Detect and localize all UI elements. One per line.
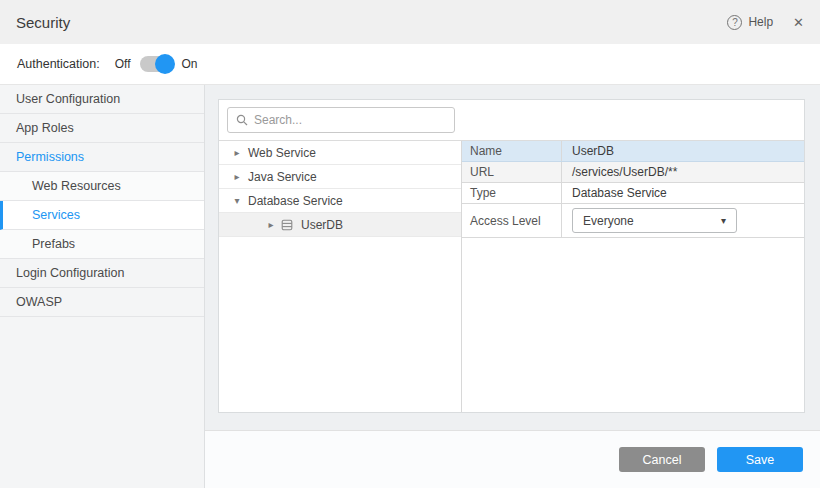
tree-item-label: Web Service (248, 146, 316, 160)
sidebar: User Configuration App Roles Permissions… (0, 85, 205, 488)
tree-item-label: UserDB (301, 218, 343, 232)
access-level-value: Everyone (583, 214, 634, 228)
authentication-label: Authentication: (17, 57, 100, 71)
tree-item-java-service[interactable]: ▸ Java Service (219, 165, 461, 189)
search-row (219, 100, 804, 140)
table-row-type: Type Database Service (462, 183, 804, 204)
chevron-right-icon[interactable]: ▸ (229, 171, 245, 182)
row-label: URL (462, 162, 562, 182)
services-tree: ▸ Web Service ▸ Java Service ▾ Database … (219, 141, 462, 412)
row-label: Access Level (462, 204, 562, 237)
titlebar: Security ? Help ✕ (0, 0, 820, 44)
access-level-select[interactable]: Everyone ▾ (572, 208, 737, 233)
row-label: Name (462, 141, 562, 161)
sidebar-item-prefabs[interactable]: Prefabs (0, 230, 204, 259)
row-value: /services/UserDB/** (562, 162, 804, 182)
chevron-right-icon[interactable]: ▸ (229, 147, 245, 158)
tree-item-label: Database Service (248, 194, 343, 208)
caret-down-icon: ▾ (721, 215, 726, 226)
panel-body: ▸ Web Service ▸ Java Service ▾ Database … (219, 140, 804, 412)
row-value: UserDB (562, 141, 804, 161)
database-icon (281, 219, 293, 231)
sidebar-item-user-configuration[interactable]: User Configuration (0, 85, 204, 114)
sidebar-item-app-roles[interactable]: App Roles (0, 114, 204, 143)
tree-item-label: Java Service (248, 170, 317, 184)
table-row-access-level: Access Level Everyone ▾ (462, 204, 804, 238)
help-button[interactable]: Help (748, 15, 773, 29)
row-value: Database Service (562, 183, 804, 203)
close-icon[interactable]: ✕ (793, 15, 804, 30)
tree-item-database-service[interactable]: ▾ Database Service (219, 189, 461, 213)
service-detail-table: Name UserDB URL /services/UserDB/** Type… (462, 141, 804, 412)
sidebar-item-permissions[interactable]: Permissions (0, 143, 204, 172)
chevron-right-icon[interactable]: ▸ (263, 219, 279, 230)
sidebar-item-login-configuration[interactable]: Login Configuration (0, 259, 204, 288)
footer: Cancel Save (205, 431, 820, 488)
table-row-name: Name UserDB (462, 141, 804, 162)
help-icon[interactable]: ? (727, 15, 742, 30)
search-input[interactable] (254, 113, 446, 127)
content-area: ▸ Web Service ▸ Java Service ▾ Database … (205, 85, 820, 488)
toggle-off-label: Off (115, 57, 131, 71)
authentication-row: Authentication: Off On (0, 44, 820, 85)
toggle-on-label: On (182, 57, 198, 71)
search-icon (236, 114, 248, 126)
services-panel: ▸ Web Service ▸ Java Service ▾ Database … (218, 99, 805, 413)
sidebar-item-web-resources[interactable]: Web Resources (0, 172, 204, 201)
security-dialog: Security ? Help ✕ Authentication: Off On… (0, 0, 820, 488)
table-row-url: URL /services/UserDB/** (462, 162, 804, 183)
authentication-toggle[interactable] (140, 56, 173, 72)
titlebar-actions: ? Help ✕ (727, 15, 804, 30)
tree-item-userdb[interactable]: ▸ UserDB (219, 213, 461, 237)
sidebar-item-owasp[interactable]: OWASP (0, 288, 204, 317)
main-area: User Configuration App Roles Permissions… (0, 85, 820, 488)
tree-item-web-service[interactable]: ▸ Web Service (219, 141, 461, 165)
sidebar-item-services[interactable]: Services (0, 201, 204, 230)
page-title: Security (16, 14, 70, 31)
row-label: Type (462, 183, 562, 203)
cancel-button[interactable]: Cancel (619, 447, 705, 472)
chevron-down-icon[interactable]: ▾ (229, 195, 245, 206)
search-box[interactable] (227, 107, 455, 133)
row-value-dropdown: Everyone ▾ (562, 204, 804, 237)
save-button[interactable]: Save (717, 447, 803, 472)
toggle-knob (155, 54, 175, 74)
